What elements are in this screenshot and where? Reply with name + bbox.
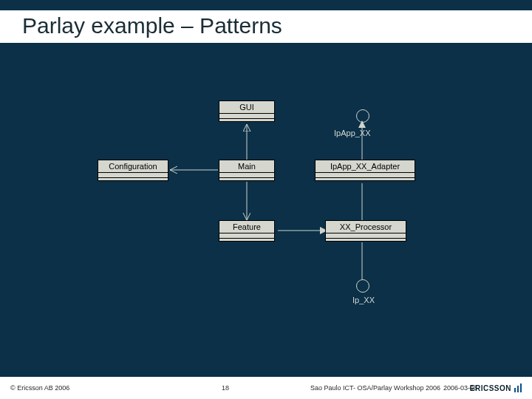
brand-bars-icon xyxy=(514,383,523,392)
class-feature-name: Feature xyxy=(219,221,274,233)
class-configuration: Configuration xyxy=(98,160,168,181)
class-configuration-name: Configuration xyxy=(98,160,168,173)
class-gui: GUI xyxy=(219,100,275,122)
brand-text: ERICSSON xyxy=(470,384,511,392)
class-adapter-name: IpApp_XX_Adapter xyxy=(316,160,415,173)
class-main-name: Main xyxy=(219,160,274,173)
page-title: Parlay example – Patterns xyxy=(0,10,532,43)
interface-ip-xx-icon xyxy=(356,279,369,293)
class-processor: XX_Processor xyxy=(325,220,406,242)
interface-ipapp-xx-icon xyxy=(356,109,369,123)
brand-logo: ERICSSON xyxy=(470,383,523,392)
interface-ipapp-xx-label: IpApp_XX xyxy=(334,129,371,137)
footer-event: Sao Paulo ICT- OSA/Parlay Workshop 2006 xyxy=(310,384,440,392)
class-feature: Feature xyxy=(219,220,275,242)
interface-ip-xx-label: Ip_XX xyxy=(352,296,375,304)
footer-copyright: © Ericsson AB 2006 xyxy=(10,384,69,392)
class-main: Main xyxy=(219,160,275,181)
class-gui-name: GUI xyxy=(219,101,274,114)
class-adapter: IpApp_XX_Adapter xyxy=(315,160,415,181)
connectors xyxy=(0,44,532,369)
class-processor-name: XX_Processor xyxy=(326,221,406,233)
footer: © Ericsson AB 2006 18 Sao Paulo ICT- OSA… xyxy=(0,377,532,399)
diagram-stage: GUI IpApp_XX Configuration Main IpApp_XX… xyxy=(0,44,532,369)
title-text: Parlay example – Patterns xyxy=(22,13,282,38)
footer-page: 18 xyxy=(222,384,229,392)
